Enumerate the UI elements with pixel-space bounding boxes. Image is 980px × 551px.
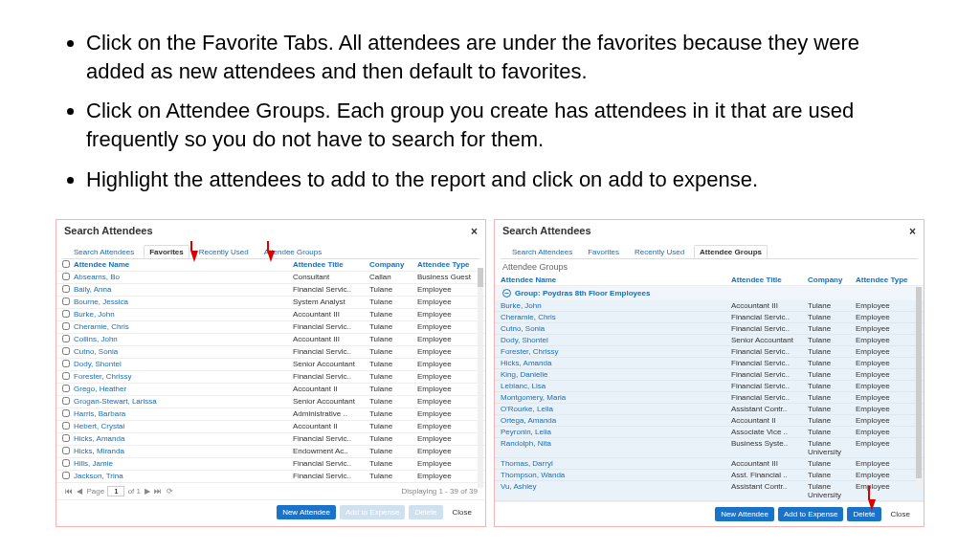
page-input[interactable] — [107, 486, 124, 496]
cell-name[interactable]: Burke, John — [501, 301, 731, 310]
table-row[interactable]: Bourne, JessicaSystem AnalystTulaneEmplo… — [56, 297, 485, 309]
table-row[interactable]: Hebert, CrystalAccountant IITulaneEmploy… — [56, 421, 485, 433]
tab-favorites[interactable]: Favorites — [144, 245, 189, 258]
row-checkbox[interactable] — [62, 372, 70, 380]
table-row[interactable]: Randolph, NitaBusiness Syste..Tulane Uni… — [495, 438, 924, 458]
cell-name[interactable]: Harris, Barbara — [74, 409, 293, 419]
table-row[interactable]: Forester, ChrissyFinancial Servic..Tulan… — [56, 371, 485, 384]
col-title[interactable]: Attendee Title — [293, 260, 369, 270]
col-name[interactable]: Attendee Name — [501, 276, 731, 284]
tab-search-attendees[interactable]: Search Attendees — [68, 245, 140, 258]
cell-name[interactable]: Randolph, Nita — [501, 439, 731, 456]
cell-name[interactable]: Ortega, Amanda — [501, 416, 731, 425]
last-page-icon[interactable]: ⏭ — [154, 487, 162, 496]
table-row[interactable]: Jackson, TrinaFinancial Servic..TulaneEm… — [56, 471, 485, 483]
table-row[interactable]: Thompson, WandaAsst. Financial ..TulaneE… — [495, 470, 924, 481]
cell-name[interactable]: Cutno, Sonia — [74, 347, 293, 357]
row-checkbox[interactable] — [62, 459, 70, 467]
refresh-icon[interactable]: ⟳ — [167, 487, 173, 496]
tab-recently-used[interactable]: Recently Used — [629, 245, 690, 258]
table-row[interactable]: Leblanc, LisaFinancial Servic..TulaneEmp… — [495, 381, 924, 392]
cell-name[interactable]: Collins, John — [74, 335, 293, 344]
cell-name[interactable]: Cheramie, Chris — [74, 322, 293, 332]
table-row[interactable]: Hills, JamieFinancial Servic..TulaneEmpl… — [56, 458, 485, 471]
new-attendee-button[interactable]: New Attendee — [277, 505, 336, 519]
row-checkbox[interactable] — [62, 360, 70, 367]
cell-name[interactable]: Vu, Ashley — [501, 482, 731, 499]
cell-name[interactable]: Baily, Anna — [74, 285, 293, 295]
table-row[interactable]: Burke, JohnAccountant IIITulaneEmployee — [56, 309, 485, 321]
table-row[interactable]: Harris, BarbaraAdministrative ..TulaneEm… — [56, 408, 485, 421]
row-checkbox[interactable] — [62, 409, 70, 417]
row-checkbox[interactable] — [62, 310, 70, 318]
cell-name[interactable]: Dody, Shontel — [501, 336, 731, 344]
table-row[interactable]: Cutno, SoniaFinancial Servic..TulaneEmpl… — [495, 323, 924, 335]
scrollbar[interactable] — [916, 287, 922, 488]
row-checkbox[interactable] — [62, 422, 70, 430]
row-checkbox[interactable] — [62, 447, 70, 454]
tab-search-attendees[interactable]: Search Attendees — [506, 245, 578, 258]
table-row[interactable]: Ortega, AmandaAccountant IITulaneEmploye… — [495, 415, 924, 427]
select-all-checkbox[interactable] — [62, 260, 70, 268]
close-button[interactable]: Close — [885, 507, 916, 521]
cell-name[interactable]: O'Rourke, Lelia — [501, 405, 731, 413]
table-row[interactable]: Dody, ShontelSenior AccountantTulaneEmpl… — [495, 335, 924, 346]
table-row[interactable]: Peyronin, LeliaAssociate Vice ..TulaneEm… — [495, 427, 924, 438]
table-row[interactable]: Hicks, AmandaFinancial Servic..TulaneEmp… — [56, 433, 485, 446]
prev-page-icon[interactable]: ◀ — [77, 487, 82, 496]
row-checkbox[interactable] — [62, 273, 70, 280]
col-company[interactable]: Company — [369, 260, 417, 270]
table-row[interactable]: Absearns, BoConsultantCallanBusiness Gue… — [56, 272, 485, 284]
row-checkbox[interactable] — [62, 397, 70, 405]
col-company[interactable]: Company — [808, 276, 856, 284]
table-row[interactable]: Grego, HeatherAccountant IITulaneEmploye… — [56, 384, 485, 396]
col-type[interactable]: Attendee Type — [856, 276, 918, 284]
table-row[interactable]: Forester, ChrissyFinancial Servic..Tulan… — [495, 346, 924, 358]
table-row[interactable]: Cutno, SoniaFinancial Servic..TulaneEmpl… — [56, 346, 485, 359]
table-row[interactable]: Collins, JohnAccountant IIITulaneEmploye… — [56, 334, 485, 346]
add-to-expense-button[interactable]: Add to Expense — [778, 507, 843, 521]
close-button[interactable]: Close — [447, 505, 478, 519]
cell-name[interactable]: Forester, Chrissy — [74, 372, 293, 382]
table-row[interactable]: Thomas, DarrylAccountant IIITulaneEmploy… — [495, 458, 924, 470]
cell-name[interactable]: Grego, Heather — [74, 385, 293, 394]
table-row[interactable]: Montgomery, MariaFinancial Servic..Tulan… — [495, 392, 924, 404]
row-checkbox[interactable] — [62, 335, 70, 342]
table-row[interactable]: Cheramie, ChrisFinancial Servic..TulaneE… — [56, 321, 485, 334]
cell-name[interactable]: Hills, Jamie — [74, 459, 293, 469]
cell-name[interactable]: Cutno, Sonia — [501, 324, 731, 333]
scrollbar[interactable] — [478, 268, 483, 488]
cell-name[interactable]: Burke, John — [74, 310, 293, 320]
table-row[interactable]: Baily, AnnaFinancial Servic..TulaneEmplo… — [56, 284, 485, 297]
row-checkbox[interactable] — [62, 322, 70, 330]
col-type[interactable]: Attendee Type — [417, 260, 479, 270]
row-checkbox[interactable] — [62, 434, 70, 442]
first-page-icon[interactable]: ⏮ — [65, 487, 73, 496]
cell-name[interactable]: Hebert, Crystal — [74, 422, 293, 431]
row-checkbox[interactable] — [62, 285, 70, 293]
tab-attendee-groups[interactable]: Attendee Groups — [694, 245, 768, 258]
tab-favorites[interactable]: Favorites — [582, 245, 625, 258]
table-row[interactable]: Grogan-Stewart, LarissaSenior Accountant… — [56, 396, 485, 408]
table-row[interactable]: Dody, ShontelSenior AccountantTulaneEmpl… — [56, 359, 485, 371]
table-row[interactable]: Hicks, MirandaEndowment Ac..TulaneEmploy… — [56, 446, 485, 458]
group-row[interactable]: − Group: Poydras 8th Floor Employees — [495, 286, 924, 300]
col-title[interactable]: Attendee Title — [731, 276, 808, 284]
col-name[interactable]: Attendee Name — [74, 260, 293, 270]
new-attendee-button[interactable]: New Attendee — [715, 507, 774, 521]
tab-recently-used[interactable]: Recently Used — [193, 245, 255, 258]
row-checkbox[interactable] — [62, 385, 70, 392]
cell-name[interactable]: Leblanc, Lisa — [501, 382, 731, 390]
cell-name[interactable]: King, Danielle — [501, 370, 731, 379]
cell-name[interactable]: Absearns, Bo — [74, 273, 293, 282]
table-row[interactable]: King, DanielleFinancial Servic..TulaneEm… — [495, 369, 924, 381]
close-icon[interactable]: × — [909, 225, 916, 238]
cell-name[interactable]: Hicks, Amanda — [501, 359, 731, 367]
cell-name[interactable]: Grogan-Stewart, Larissa — [74, 397, 293, 407]
close-icon[interactable]: × — [471, 225, 478, 238]
cell-name[interactable]: Forester, Chrissy — [501, 347, 731, 356]
cell-name[interactable]: Hicks, Miranda — [74, 447, 293, 456]
cell-name[interactable]: Thomas, Darryl — [501, 459, 731, 468]
cell-name[interactable]: Jackson, Trina — [74, 472, 293, 481]
cell-name[interactable]: Cheramie, Chris — [501, 313, 731, 321]
